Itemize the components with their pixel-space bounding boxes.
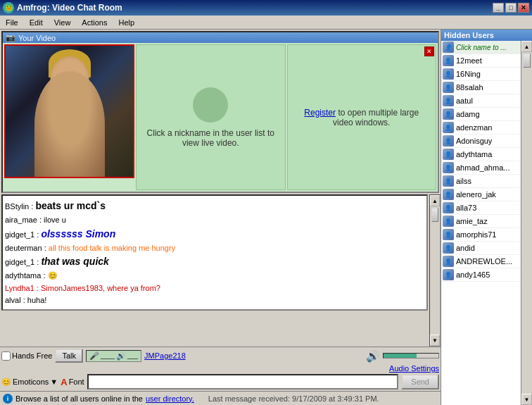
username-3: aatul [456,96,473,105]
user-icon-3: 👤 [443,95,454,106]
register-suffix: to open multiple large video windows. [333,108,419,127]
menu-edit[interactable]: Edit [27,17,46,28]
username-4: adamg [456,110,480,118]
user-icon-12: 👤 [443,216,454,227]
sidebar-title: Hidden Users [444,31,494,39]
talk-button[interactable]: Talk [55,349,83,363]
content-area: 📷 Your Video Click a nickname in t [0,30,441,405]
username-6: Adonisguy [456,137,492,145]
chat-message-1: aira_mae : ilove u [5,214,424,226]
chat-message-3: deuterman : all this food talk is making… [5,242,424,254]
input-row1: Hands Free Talk 🎤 ____ 🔊 ___ JMPage218 🔊 [1,349,439,363]
webcam-panel [4,44,134,178]
last-message-text: Last message received: 9/17/2009 at 3:49… [208,394,379,403]
username-2: 88salah [456,83,483,92]
chat-message-7: alval : huha! [5,294,424,306]
sidebar-user-15[interactable]: 👤 ANDREWLOE... [441,255,521,268]
chat-text-input[interactable] [87,374,399,390]
sidebar-user-1[interactable]: 👤 16Ning [441,68,521,81]
scroll-up-arrow[interactable]: ▲ [430,195,440,206]
username-9: ailss [456,177,471,185]
volume-icon-right: 🔊 [366,349,380,363]
hands-free-checkbox[interactable] [1,351,11,361]
emoticons-button[interactable]: 😊 Emoticons ▼ [1,378,58,387]
close-button[interactable]: ✕ [518,3,529,13]
sidebar-user-3[interactable]: 👤 aatul [441,94,521,108]
sidebar-scroll-down[interactable]: ▼ [521,394,532,405]
video-area-header: 📷 Your Video [3,32,438,43]
font-label: Font [69,378,84,386]
volume-icon: 🔊 [116,351,126,361]
scroll-down-arrow[interactable]: ▼ [430,335,440,346]
sidebar-user-7[interactable]: 👤 adythtama [441,148,521,161]
input-area: Hands Free Talk 🎤 ____ 🔊 ___ JMPage218 🔊… [0,347,441,391]
username-13: amorphis71 [456,230,496,239]
sidebar-list: 👤 Click name to ... 👤 12meet 👤 16Ning 👤 … [441,41,521,405]
audio-settings-link[interactable]: Audio Settings [389,364,439,373]
user-icon-0: 👤 [443,55,454,66]
user-directory-link[interactable]: user directory. [146,394,194,403]
maximize-button[interactable]: □ [505,3,517,13]
sidebar-scroll-thumb[interactable] [523,54,531,68]
register-link[interactable]: Register [304,108,336,118]
user-icon-1: 👤 [443,68,454,80]
username-16: andy1465 [456,270,490,279]
sidebar-scrollbar[interactable]: ▲ ▼ [521,41,532,405]
close-video-button[interactable]: ✕ [424,46,434,56]
chat-wrapper: BStylin : beats ur mcd`s aira_mae : ilov… [0,194,441,347]
volume-slider[interactable] [383,353,439,359]
hands-free-checkbox-container[interactable]: Hands Free [1,351,52,361]
click-hint-text: Click name to ... [456,44,507,51]
sidebar-user-6[interactable]: 👤 Adonisguy [441,135,521,148]
user-icon-13: 👤 [443,229,454,240]
sidebar-user-14[interactable]: 👤 andid [441,242,521,255]
sidebar-user-12[interactable]: 👤 amie_taz [441,215,521,228]
username-1: 16Ning [456,70,481,78]
sidebar-user-9[interactable]: 👤 ailss [441,175,521,188]
menu-view[interactable]: View [51,17,74,28]
username-12: amie_taz [456,217,488,225]
info-icon: i [3,394,13,404]
title-bar: 🐸 Amfrog: Video Chat Room _ □ ✕ [0,0,532,15]
send-button[interactable]: Send [401,374,439,390]
user-icon-7: 👤 [443,149,454,160]
username-5: adenzman [456,123,492,132]
menu-file[interactable]: File [3,17,21,28]
username-0: 12meet [456,56,482,65]
scroll-thumb[interactable] [431,208,438,222]
user-icon-6: 👤 [443,135,454,147]
chat-scrollbar[interactable]: ▲ ▼ [429,194,441,347]
mic-area: 🎤 ____ 🔊 ___ [86,350,141,362]
user-icon-2: 👤 [443,82,454,93]
input-row2: 😊 Emoticons ▼ A Font Send [1,374,439,390]
sidebar-user-11[interactable]: 👤 alla73 [441,201,521,215]
main-layout: 📷 Your Video Click a nickname in t [0,30,532,405]
video-placeholder-1: Click a nickname in the user list to vie… [136,44,286,190]
minimize-button[interactable]: _ [493,3,504,13]
user-icon-4: 👤 [443,108,454,120]
username-link[interactable]: JMPage218 [144,351,186,360]
mic-icon: 🎤 [89,351,99,361]
sidebar-scroll-up[interactable]: ▲ [521,41,532,52]
dropdown-icon: ▼ [50,378,58,386]
sidebar-user-5[interactable]: 👤 adenzman [441,121,521,135]
menu-actions[interactable]: Actions [79,17,110,28]
sidebar-user-2[interactable]: 👤 88salah [441,81,521,94]
user-icon-9: 👤 [443,175,454,187]
sidebar-user-13[interactable]: 👤 amorphis71 [441,228,521,242]
hands-free-label: Hands Free [12,351,52,360]
username-10: alenero_jak [456,190,496,199]
menu-help[interactable]: Help [115,17,137,28]
app-icon: 🐸 [3,2,14,13]
menu-bar: File Edit View Actions Help [0,15,532,30]
sidebar-user-4[interactable]: 👤 adamg [441,108,521,121]
font-button[interactable]: A Font [61,377,84,387]
sidebar-user-0[interactable]: 👤 12meet [441,54,521,68]
chat-area[interactable]: BStylin : beats ur mcd`s aira_mae : ilov… [1,194,428,311]
sidebar-user-10[interactable]: 👤 alenero_jak [441,188,521,201]
your-video-label: Your Video [18,34,56,42]
placeholder-icon-1 [193,87,228,123]
sidebar-user-16[interactable]: 👤 andy1465 [441,268,521,282]
sidebar-user-8[interactable]: 👤 ahmad_ahma... [441,161,521,175]
user-icon-10: 👤 [443,189,454,200]
